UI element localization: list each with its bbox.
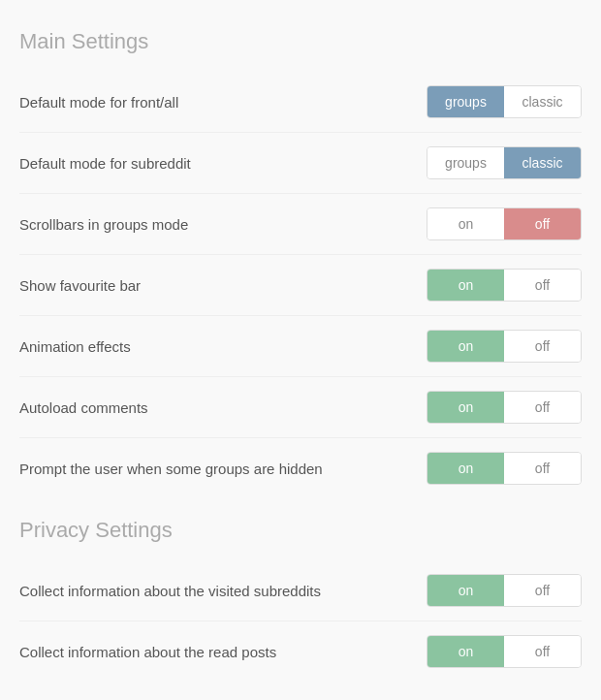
setting-label-show-favourite-bar: Show favourite bar: [19, 275, 427, 296]
toggle-group-scrollbars-groups: onoff: [427, 207, 582, 240]
privacy-settings-rows: Collect information about the visited su…: [19, 560, 582, 682]
toggle-btn-default-mode-front-groups[interactable]: groups: [427, 86, 504, 117]
toggle-group-collect-visited-subreddits: onoff: [427, 574, 582, 607]
toggle-btn-animation-effects-off[interactable]: off: [504, 331, 581, 362]
toggle-btn-collect-visited-subreddits-on[interactable]: on: [427, 575, 504, 606]
settings-row-default-mode-subreddit: Default mode for subredditgroupsclassic: [19, 133, 582, 194]
toggle-btn-autoload-comments-off[interactable]: off: [504, 392, 581, 423]
toggle-btn-default-mode-subreddit-classic[interactable]: classic: [504, 147, 581, 178]
toggle-btn-collect-read-posts-off[interactable]: off: [504, 636, 581, 667]
setting-label-default-mode-subreddit: Default mode for subreddit: [19, 153, 427, 174]
settings-row-autoload-comments: Autoload commentsonoff: [19, 377, 582, 438]
settings-row-prompt-groups-hidden: Prompt the user when some groups are hid…: [19, 438, 582, 498]
toggle-btn-autoload-comments-on[interactable]: on: [427, 392, 504, 423]
toggle-btn-collect-visited-subreddits-off[interactable]: off: [504, 575, 581, 606]
toggle-btn-animation-effects-on[interactable]: on: [427, 331, 504, 362]
toggle-btn-show-favourite-bar-off[interactable]: off: [504, 270, 581, 301]
setting-label-animation-effects: Animation effects: [19, 336, 427, 357]
settings-row-scrollbars-groups: Scrollbars in groups modeonoff: [19, 194, 582, 255]
setting-label-default-mode-front: Default mode for front/all: [19, 92, 427, 112]
toggle-btn-default-mode-subreddit-groups[interactable]: groups: [427, 147, 504, 178]
toggle-group-show-favourite-bar: onoff: [427, 269, 582, 302]
toggle-group-default-mode-front: groupsclassic: [427, 85, 582, 118]
main-settings-section: Main Settings Default mode for front/all…: [19, 29, 582, 498]
toggle-btn-prompt-groups-hidden-on[interactable]: on: [427, 453, 504, 484]
toggle-btn-scrollbars-groups-off[interactable]: off: [504, 208, 581, 239]
setting-label-prompt-groups-hidden: Prompt the user when some groups are hid…: [19, 459, 427, 479]
toggle-group-collect-read-posts: onoff: [427, 635, 582, 668]
settings-row-default-mode-front: Default mode for front/allgroupsclassic: [19, 72, 582, 133]
setting-label-scrollbars-groups: Scrollbars in groups mode: [19, 214, 427, 235]
toggle-group-animation-effects: onoff: [427, 330, 582, 363]
toggle-btn-scrollbars-groups-on[interactable]: on: [427, 208, 504, 239]
privacy-settings-section: Privacy Settings Collect information abo…: [19, 518, 582, 682]
setting-label-collect-visited-subreddits: Collect information about the visited su…: [19, 581, 427, 601]
main-settings-title: Main Settings: [19, 29, 582, 54]
toggle-group-prompt-groups-hidden: onoff: [427, 452, 582, 485]
toggle-group-autoload-comments: onoff: [427, 391, 582, 424]
setting-label-collect-read-posts: Collect information about the read posts: [19, 642, 427, 662]
toggle-btn-prompt-groups-hidden-off[interactable]: off: [504, 453, 581, 484]
settings-row-collect-visited-subreddits: Collect information about the visited su…: [19, 560, 582, 621]
privacy-settings-title: Privacy Settings: [19, 518, 582, 543]
settings-row-animation-effects: Animation effectsonoff: [19, 316, 582, 377]
toggle-btn-default-mode-front-classic[interactable]: classic: [504, 86, 581, 117]
main-settings-rows: Default mode for front/allgroupsclassicD…: [19, 72, 582, 498]
toggle-group-default-mode-subreddit: groupsclassic: [427, 146, 582, 179]
settings-row-show-favourite-bar: Show favourite baronoff: [19, 255, 582, 316]
setting-label-autoload-comments: Autoload comments: [19, 398, 427, 418]
toggle-btn-collect-read-posts-on[interactable]: on: [427, 636, 504, 667]
toggle-btn-show-favourite-bar-on[interactable]: on: [427, 270, 504, 301]
settings-row-collect-read-posts: Collect information about the read posts…: [19, 621, 582, 682]
